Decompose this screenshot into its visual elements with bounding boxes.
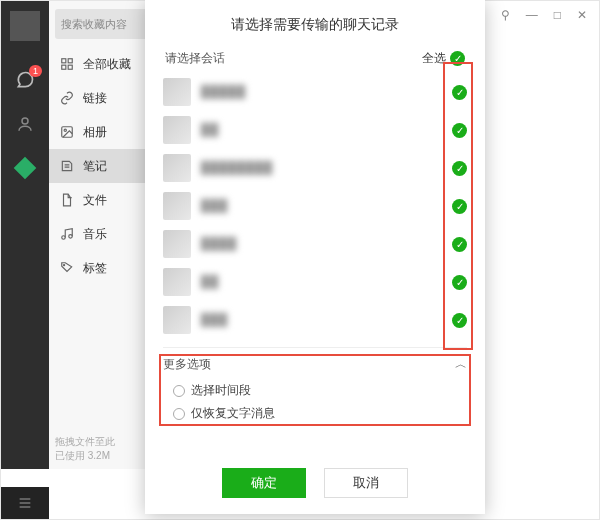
conversation-row[interactable]: ▉▉✓ <box>163 263 467 301</box>
ok-button[interactable]: 确定 <box>222 468 306 498</box>
check-icon: ✓ <box>452 313 467 328</box>
more-options-toggle[interactable]: 更多选项 ︿ <box>163 354 467 379</box>
check-icon: ✓ <box>452 123 467 138</box>
avatar <box>163 192 191 220</box>
more-options-section: 更多选项 ︿ 选择时间段仅恢复文字消息 <box>163 347 467 425</box>
sidebar-item-music[interactable]: 音乐 <box>49 217 158 251</box>
sidebar-item-label: 相册 <box>83 124 107 141</box>
sidebar-item-label: 音乐 <box>83 226 107 243</box>
radio-icon <box>173 385 185 397</box>
dialog-title: 请选择需要传输的聊天记录 <box>145 0 485 46</box>
avatar <box>163 116 191 144</box>
contacts-icon[interactable] <box>14 113 36 135</box>
svg-point-9 <box>64 265 65 266</box>
conversation-name: ▉▉▉▉▉ <box>201 85 442 99</box>
sidebar-item-label: 笔记 <box>83 158 107 175</box>
conversation-row[interactable]: ▉▉▉✓ <box>163 187 467 225</box>
check-icon: ✓ <box>452 237 467 252</box>
cube-icon <box>14 157 37 180</box>
close-icon[interactable]: ✕ <box>577 8 587 22</box>
sidebar-item-label: 文件 <box>83 192 107 209</box>
cancel-button[interactable]: 取消 <box>324 468 408 498</box>
svg-rect-3 <box>62 65 66 69</box>
option-label: 选择时间段 <box>191 382 251 399</box>
svg-rect-1 <box>62 59 66 63</box>
check-icon: ✓ <box>452 199 467 214</box>
sidebar-item-image[interactable]: 相册 <box>49 115 158 149</box>
svg-point-8 <box>69 235 73 239</box>
svg-rect-4 <box>68 65 72 69</box>
transfer-dialog: 请选择需要传输的聊天记录 请选择会话 全选 ✓ ▉▉▉▉▉✓▉▉✓▉▉▉▉▉▉▉… <box>145 0 485 514</box>
conversation-row[interactable]: ▉▉▉▉▉▉▉▉✓ <box>163 149 467 187</box>
sidebar-item-label: 标签 <box>83 260 107 277</box>
conversation-name: ▉▉ <box>201 123 442 137</box>
image-icon <box>59 124 75 140</box>
conversation-row[interactable]: ▉▉▉▉✓ <box>163 225 467 263</box>
music-icon <box>59 226 75 242</box>
check-icon: ✓ <box>452 275 467 290</box>
conversation-name: ▉▉▉▉ <box>201 237 442 251</box>
sidebar-item-tag[interactable]: 标签 <box>49 251 158 285</box>
option-row[interactable]: 选择时间段 <box>163 379 467 402</box>
unread-badge: 1 <box>29 65 42 77</box>
select-session-label: 请选择会话 <box>165 50 225 67</box>
sidebar-item-label: 全部收藏 <box>83 56 131 73</box>
tag-icon <box>59 260 75 276</box>
check-icon: ✓ <box>452 85 467 100</box>
storage-hint: 拖拽文件至此 已使用 3.2M <box>55 435 115 463</box>
search-input[interactable]: 搜索收藏内容 <box>55 9 152 39</box>
avatar <box>163 154 191 182</box>
file-icon <box>59 192 75 208</box>
check-icon: ✓ <box>452 161 467 176</box>
svg-point-6 <box>64 129 66 131</box>
conversation-name: ▉▉▉▉▉▉▉▉ <box>201 161 442 175</box>
dialog-actions: 确定 取消 <box>145 454 485 514</box>
option-label: 仅恢复文字消息 <box>191 405 275 422</box>
avatar <box>163 306 191 334</box>
note-icon <box>59 158 75 174</box>
sidebar-item-file[interactable]: 文件 <box>49 183 158 217</box>
svg-point-7 <box>62 236 66 240</box>
conversation-row[interactable]: ▉▉▉▉▉✓ <box>163 73 467 111</box>
minimize-icon[interactable]: — <box>526 8 538 22</box>
grid-icon <box>59 56 75 72</box>
radio-icon <box>173 408 185 420</box>
svg-point-0 <box>22 118 28 124</box>
svg-rect-2 <box>68 59 72 63</box>
window-controls: ⚲ — □ ✕ <box>501 1 599 29</box>
favorites-icon[interactable] <box>14 157 36 179</box>
sidebar-item-grid[interactable]: 全部收藏 <box>49 47 158 81</box>
chevron-up-icon: ︿ <box>455 356 467 373</box>
conversation-name: ▉▉ <box>201 275 442 289</box>
link-icon <box>59 90 75 106</box>
conversation-row[interactable]: ▉▉▉✓ <box>163 301 467 339</box>
sidebar-item-label: 链接 <box>83 90 107 107</box>
maximize-icon[interactable]: □ <box>554 8 561 22</box>
conversation-list: ▉▉▉▉▉✓▉▉✓▉▉▉▉▉▉▉▉✓▉▉▉✓▉▉▉▉✓▉▉✓▉▉▉✓ <box>163 73 467 339</box>
favorites-sidebar: 搜索收藏内容 全部收藏链接相册笔记文件音乐标签 拖拽文件至此 已使用 3.2M <box>49 1 159 469</box>
app-rail: 1 <box>1 1 49 469</box>
avatar[interactable] <box>10 11 40 41</box>
sidebar-item-link[interactable]: 链接 <box>49 81 158 115</box>
sidebar-item-note[interactable]: 笔记 <box>49 149 158 183</box>
conversation-name: ▉▉▉ <box>201 199 442 213</box>
hamburger-icon[interactable] <box>1 487 49 519</box>
conversation-name: ▉▉▉ <box>201 313 442 327</box>
avatar <box>163 230 191 258</box>
chat-icon[interactable]: 1 <box>14 69 36 91</box>
conversation-row[interactable]: ▉▉✓ <box>163 111 467 149</box>
pin-icon[interactable]: ⚲ <box>501 8 510 22</box>
option-row[interactable]: 仅恢复文字消息 <box>163 402 467 425</box>
check-icon: ✓ <box>450 51 465 66</box>
dialog-body: 请选择会话 全选 ✓ ▉▉▉▉▉✓▉▉✓▉▉▉▉▉▉▉▉✓▉▉▉✓▉▉▉▉✓▉▉… <box>145 46 485 454</box>
select-all-button[interactable]: 全选 ✓ <box>422 50 465 67</box>
avatar <box>163 78 191 106</box>
avatar <box>163 268 191 296</box>
